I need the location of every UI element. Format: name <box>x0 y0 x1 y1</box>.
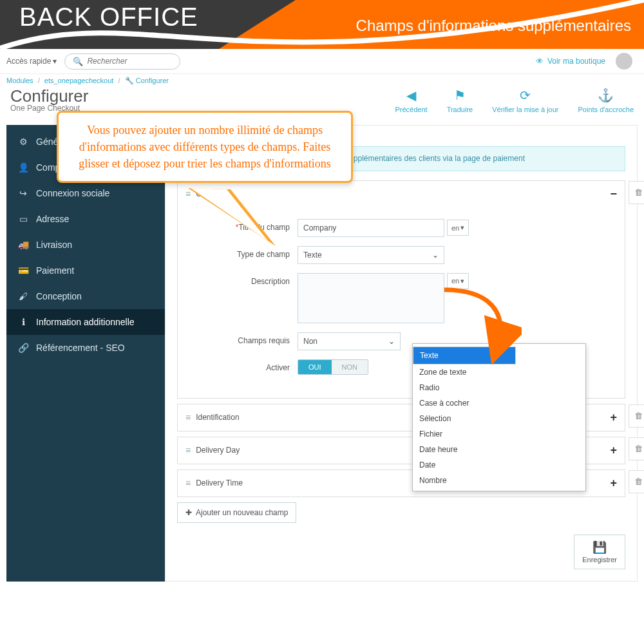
back-icon: ◀ <box>406 88 416 103</box>
gear-icon: ⚙ <box>18 137 28 147</box>
dropdown-option[interactable]: Fichier <box>413 426 585 442</box>
callout-tail-icon <box>185 187 282 258</box>
dropdown-option[interactable]: Zone de texte <box>413 365 585 380</box>
caret-down-icon: ▾ <box>53 57 57 66</box>
crumb-module-name[interactable]: ets_onepagecheckout <box>44 77 114 84</box>
textarea-description[interactable] <box>298 273 444 323</box>
plus-icon: ✚ <box>185 508 192 517</box>
drag-handle-icon[interactable]: ≡ <box>185 413 191 422</box>
delete-panel-button[interactable]: 🗑 <box>629 437 644 460</box>
label-required: Champs requis <box>182 332 298 345</box>
dropdown-option[interactable]: Date heure <box>413 442 585 457</box>
delete-panel-button[interactable]: 🗑 <box>629 404 644 428</box>
dropdown-option[interactable]: Radio <box>413 380 585 395</box>
user-icon: 👤 <box>18 162 28 173</box>
search-input[interactable] <box>87 57 172 66</box>
info-icon: ℹ <box>18 317 28 327</box>
sidebar-item-payment[interactable]: 💳Paiement <box>6 258 165 283</box>
delete-panel-button[interactable]: 🗑 <box>629 470 644 493</box>
save-icon: 💾 <box>592 540 607 554</box>
anchor-icon: ⚓ <box>598 88 614 103</box>
lang-selector-title[interactable]: en▾ <box>447 220 469 236</box>
sidebar-item-social[interactable]: ↪Connexion sociale <box>6 180 165 206</box>
search-icon: 🔍 <box>73 57 83 66</box>
save-button[interactable]: 💾 Enregistrer <box>574 535 625 569</box>
banner-title-right: Champs d'informations supplémentaires <box>356 17 631 35</box>
link-icon: 🔗 <box>18 343 28 353</box>
trash-icon: 🗑 <box>634 477 643 486</box>
expand-icon[interactable]: + <box>610 411 617 424</box>
dropdown-option[interactable]: Case à cocher <box>413 395 585 411</box>
topbar: Accès rapide▾ 🔍 👁 Voir ma boutique <box>0 49 644 74</box>
toggle-off[interactable]: NON <box>332 360 368 374</box>
refresh-icon: ⟳ <box>520 88 531 103</box>
sidebar-item-address[interactable]: ▭Adresse <box>6 206 165 232</box>
action-back[interactable]: ◀Précédent <box>395 88 427 113</box>
search-box[interactable]: 🔍 <box>64 53 180 70</box>
expand-icon[interactable]: + <box>610 477 617 490</box>
view-shop-link[interactable]: 👁 Voir ma boutique <box>536 57 605 66</box>
panel-title: Delivery Time <box>196 478 243 488</box>
chevron-down-icon: ⌄ <box>432 251 439 260</box>
toggle-enable[interactable]: OUI NON <box>298 359 368 375</box>
sidebar-item-seo[interactable]: 🔗Référencement - SEO <box>6 335 165 361</box>
dropdown-option[interactable]: Date <box>413 457 585 473</box>
dropdown-option[interactable]: Sélection <box>413 411 585 426</box>
trash-icon: 🗑 <box>634 187 643 197</box>
select-required[interactable]: Non⌄ <box>298 332 401 350</box>
sidebar-item-design[interactable]: 🖌Conception <box>6 283 165 309</box>
avatar[interactable] <box>616 53 632 70</box>
help-callout: Vous pouvez ajouter un nombre illimité d… <box>57 111 353 183</box>
add-field-button[interactable]: ✚ Ajouter un nouveau champ <box>177 502 296 523</box>
chevron-down-icon: ▾ <box>460 223 464 232</box>
expand-icon[interactable]: + <box>610 444 617 457</box>
action-translate[interactable]: ⚑Traduire <box>447 88 473 113</box>
callout-text: Vous pouvez ajouter un nombre illimité d… <box>57 111 353 183</box>
lang-selector-desc[interactable]: en▾ <box>447 273 469 289</box>
quick-access-menu[interactable]: Accès rapide▾ <box>6 57 57 66</box>
drag-handle-icon[interactable]: ≡ <box>185 478 191 488</box>
dropdown-option[interactable]: Texte <box>413 346 516 365</box>
field-type-dropdown[interactable]: TexteZone de texteRadioCase à cocherSéle… <box>412 343 586 491</box>
eye-icon: 👁 <box>536 57 544 66</box>
sidebar-item-additional-info[interactable]: ℹInformation additionnelle <box>6 309 165 335</box>
sidebar-item-shipping[interactable]: 🚚Livraison <box>6 232 165 258</box>
input-field-title[interactable] <box>298 219 444 237</box>
action-hooks[interactable]: ⚓Points d'accroche <box>578 88 634 113</box>
dropdown-option[interactable]: Nombre <box>413 473 585 488</box>
panel-title: Identification <box>196 413 239 422</box>
chevron-down-icon: ▾ <box>460 277 464 285</box>
credit-card-icon: 💳 <box>18 265 28 276</box>
panel-title: Delivery Day <box>196 446 240 455</box>
action-check-update[interactable]: ⟳Vérifier la mise à jour <box>492 88 558 113</box>
card-icon: ▭ <box>18 214 28 224</box>
trash-icon: 🗑 <box>634 444 643 453</box>
crumb-modules[interactable]: Modules <box>6 77 33 84</box>
select-field-type[interactable]: Texte⌄ <box>298 246 444 264</box>
banner-header: BACK OFFICE Champs d'informations supplé… <box>0 0 644 49</box>
trash-icon: 🗑 <box>634 411 643 421</box>
label-enable: Activer <box>182 359 298 372</box>
breadcrumb: Modules / ets_onepagecheckout / 🔧 Config… <box>0 74 644 88</box>
delete-panel-button[interactable]: 🗑 <box>629 181 644 204</box>
collapse-icon[interactable]: − <box>610 187 617 201</box>
toggle-on[interactable]: OUI <box>298 360 332 374</box>
flag-icon: ⚑ <box>454 88 466 103</box>
banner-title-left: BACK OFFICE <box>19 3 198 32</box>
chevron-down-icon: ⌄ <box>388 337 395 346</box>
page-title: Configurer <box>10 88 88 105</box>
login-icon: ↪ <box>18 188 28 198</box>
brush-icon: 🖌 <box>18 291 28 301</box>
truck-icon: 🚚 <box>18 240 28 250</box>
crumb-current: 🔧 Configurer <box>125 77 169 84</box>
label-description: Description <box>182 273 298 286</box>
drag-handle-icon[interactable]: ≡ <box>185 446 191 455</box>
sidebar: ⚙Général 👤Compte ↪Connexion sociale ▭Adr… <box>6 125 165 582</box>
